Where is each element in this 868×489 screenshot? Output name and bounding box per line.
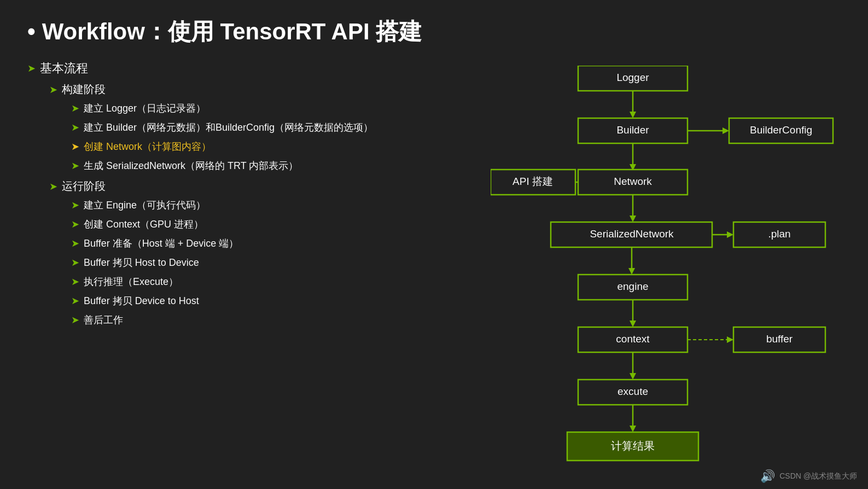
arrow-run-2: ➤ [71,217,79,232]
serialized-label: SerializedNetwork [590,228,674,240]
arrow-l3-4: ➤ [71,159,79,173]
arrowhead-1 [630,112,636,118]
level3-text-3: 创建 Network（计算图内容） [84,139,211,154]
arrow-run-4: ➤ [71,255,79,270]
result-label: 计算结果 [611,440,655,452]
buffer-label: buffer [766,333,793,345]
arrowhead-3 [630,216,636,222]
plan-label: .plan [768,228,790,240]
level2-build-label: 构建阶段 [62,82,106,97]
level1-basic-flow: ➤ 基本流程 [27,60,480,77]
arrow-l2-run: ➤ [49,181,57,193]
level1-label: 基本流程 [40,60,88,77]
arrow-l3-1: ➤ [71,101,79,116]
level3-item-4: ➤ 生成 SerializedNetwork（网络的 TRT 内部表示） [71,159,480,173]
context-label: context [616,333,650,345]
arrow-l3-3: ➤ [71,139,79,154]
level2-build: ➤ 构建阶段 [49,82,480,97]
arrowhead-buffer [727,336,733,343]
level3-text-4: 生成 SerializedNetwork（网络的 TRT 内部表示） [84,159,298,173]
arrowhead-4 [628,268,635,275]
level2-run: ➤ 运行阶段 [49,179,480,194]
speaker-icon: 🔊 [760,469,775,484]
text-run-6: Buffer 拷贝 Device to Host [84,294,199,308]
slide: • Workflow：使用 TensorRT API 搭建 ➤ 基本流程 ➤ 构… [0,0,868,489]
level3-text-1: 建立 Logger（日志记录器） [84,101,206,116]
level3-run-2: ➤ 创建 Context（GPU 进程） [71,217,480,232]
text-run-5: 执行推理（Execute） [84,275,178,289]
arrow-run-5: ➤ [71,275,79,289]
title-text: Workflow：使用 TensorRT API 搭建 [42,16,422,47]
level3-text-2: 建立 Builder（网络元数据）和BuilderConfig（网络元数据的选项… [84,120,373,135]
builder-label: Builder [616,124,649,136]
arrowhead-7 [630,426,636,432]
level3-item-3: ➤ 创建 Network（计算图内容） [71,139,480,154]
left-content: ➤ 基本流程 ➤ 构建阶段 ➤ 建立 Logger（日志记录器） ➤ 建立 Bu… [27,60,491,484]
text-run-4: Buffer 拷贝 Host to Device [84,255,199,270]
main-title: • Workflow：使用 TensorRT API 搭建 [27,16,841,47]
arrow-l3-2: ➤ [71,120,79,135]
arrow-l1: ➤ [27,62,36,74]
flow-diagram: Logger Builder BuilderConfig API 搭建 [491,66,841,481]
api-label: API 搭建 [512,176,553,187]
network-label: Network [614,176,652,187]
level2-run-label: 运行阶段 [62,179,106,194]
arrowhead-plan [727,231,733,238]
engine-label: engine [617,281,648,292]
text-run-2: 创建 Context（GPU 进程） [84,217,203,232]
level3-run-4: ➤ Buffer 拷贝 Host to Device [71,255,480,270]
text-run-3: Buffer 准备（Host 端 + Device 端） [84,236,238,251]
level3-run-5: ➤ 执行推理（Execute） [71,275,480,289]
right-diagram: Logger Builder BuilderConfig API 搭建 [491,60,841,484]
arrowhead-6 [630,373,636,380]
excute-label: excute [617,386,648,397]
level3-item-2: ➤ 建立 Builder（网络元数据）和BuilderConfig（网络元数据的… [71,120,480,135]
level3-run-1: ➤ 建立 Engine（可执行代码） [71,198,480,213]
text-run-7: 善后工作 [84,313,123,328]
text-run-1: 建立 Engine（可执行代码） [84,198,206,213]
content-area: ➤ 基本流程 ➤ 构建阶段 ➤ 建立 Logger（日志记录器） ➤ 建立 Bu… [27,60,841,484]
arrow-run-1: ➤ [71,198,79,213]
arrow-run-3: ➤ [71,236,79,251]
arrowhead-bc [723,127,729,134]
builderconfig-label: BuilderConfig [750,124,812,136]
level3-item-1: ➤ 建立 Logger（日志记录器） [71,101,480,116]
arrow-run-6: ➤ [71,294,79,308]
watermark: CSDN @战术摸鱼大师 [779,471,857,481]
logger-label: Logger [616,72,649,83]
bullet: • [27,19,36,45]
arrow-l2-build: ➤ [49,84,57,96]
level3-run-7: ➤ 善后工作 [71,313,480,328]
level3-run-6: ➤ Buffer 拷贝 Device to Host [71,294,480,308]
arrowhead-5 [630,321,636,327]
level3-run-3: ➤ Buffer 准备（Host 端 + Device 端） [71,236,480,251]
arrow-run-7: ➤ [71,313,79,328]
